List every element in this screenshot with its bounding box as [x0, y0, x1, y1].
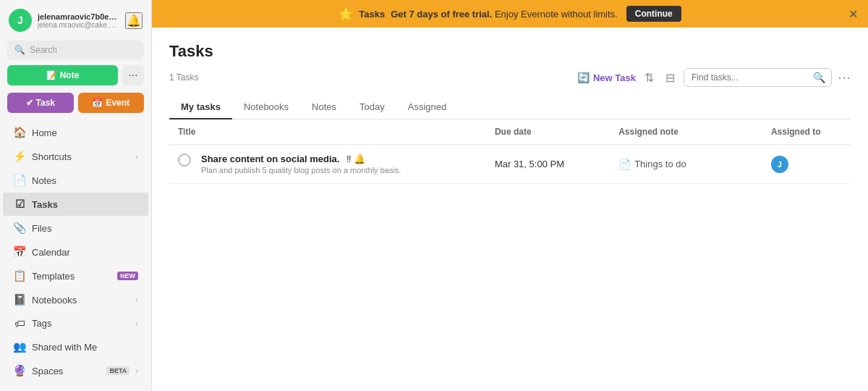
search-icon: 🔍 — [14, 45, 25, 55]
col-title: Title — [169, 119, 486, 145]
assigned-avatar: J — [771, 156, 788, 173]
tags-icon: 🏷 — [13, 317, 26, 329]
page-title: Tasks — [169, 42, 851, 61]
task-subtitle: Plan and publish 5 quality blog posts on… — [201, 166, 401, 175]
sidebar-item-label: Tasks — [32, 199, 138, 210]
new-event-button[interactable]: 📅 Event — [78, 93, 145, 113]
sidebar-item-shared[interactable]: 👥 Shared with Me — [3, 335, 148, 358]
templates-icon: 📋 — [13, 269, 26, 282]
sidebar-item-label: Files — [32, 223, 138, 234]
new-task-label: New Task — [593, 72, 636, 83]
task-due-date: Mar 31, 5:00 PM — [486, 145, 610, 184]
task-table-container: Title Due date Assigned note Assigned to — [169, 119, 851, 391]
avatar: J — [9, 9, 32, 32]
sidebar-item-files[interactable]: 📎 Files — [3, 216, 148, 240]
beta-badge: BETA — [106, 366, 129, 375]
sidebar-item-notes[interactable]: 📄 Notes — [3, 169, 148, 192]
more-options-button[interactable]: ⋯ — [838, 70, 851, 85]
task-flags: ‼ 🔔 — [346, 154, 365, 164]
chevron-right-icon: › — [135, 366, 138, 375]
new-task-button[interactable]: 🔄 New Task — [577, 72, 636, 83]
sidebar-item-label: Calendar — [32, 247, 138, 258]
sidebar-item-label: Notes — [32, 175, 138, 186]
tasks-meta: 1 Tasks 🔄 New Task ⇅ ⊟ 🔍 ⋯ — [169, 68, 851, 87]
col-assigned-to: Assigned to — [762, 119, 851, 145]
event-icon: 📅 — [92, 98, 103, 108]
sidebar-item-label: Home — [32, 127, 138, 138]
banner-bold: Get 7 days of free trial. — [391, 9, 492, 20]
sidebar-item-notebooks[interactable]: 📓 Notebooks › — [3, 288, 148, 311]
task-event-row: ✔ Task 📅 Event — [0, 93, 151, 120]
tasks-icon: ☑ — [13, 198, 26, 211]
find-tasks-search-button[interactable]: 🔍 — [807, 69, 831, 86]
user-name: jelenamraovic7b0e4... — [38, 12, 119, 21]
task-table: Title Due date Assigned note Assigned to — [169, 119, 851, 184]
sidebar-item-shortcuts[interactable]: ⚡ Shortcuts › — [3, 145, 148, 168]
new-task-button[interactable]: ✔ Task — [7, 93, 74, 113]
trial-banner: ⭐ Tasks Get 7 days of free trial. Enjoy … — [152, 0, 868, 28]
banner-close-button[interactable]: ✕ — [848, 7, 858, 21]
tab-my-tasks[interactable]: My tasks — [169, 96, 232, 119]
note-icon: 📝 — [46, 70, 57, 80]
tab-notes[interactable]: Notes — [300, 96, 348, 119]
banner-text: Tasks — [359, 9, 385, 20]
sidebar-item-spaces[interactable]: 🔮 Spaces BETA › — [3, 359, 148, 382]
note-more-button[interactable]: ··· — [122, 65, 144, 85]
find-tasks-input[interactable] — [684, 69, 807, 86]
spaces-icon: 🔮 — [13, 364, 26, 377]
new-badge: NEW — [117, 272, 138, 280]
sort-icon[interactable]: ⇅ — [642, 70, 657, 86]
search-label: Search — [30, 45, 57, 55]
shortcuts-icon: ⚡ — [13, 150, 26, 163]
sidebar-item-tasks[interactable]: ☑ Tasks — [3, 193, 148, 216]
new-note-button[interactable]: 📝 Note — [7, 65, 118, 85]
sidebar-item-label: Spaces — [32, 366, 101, 377]
tasks-actions: 🔄 New Task ⇅ ⊟ 🔍 ⋯ — [577, 68, 851, 87]
note-action-row: 📝 Note ··· — [0, 65, 151, 93]
search-bar[interactable]: 🔍 Search — [7, 41, 144, 59]
task-assigned-to: J — [762, 145, 851, 184]
user-email: jelena.mraovic@cake.com — [38, 21, 119, 29]
task-assigned-note: 📄 Things to do — [610, 145, 762, 184]
sidebar-item-calendar[interactable]: 📅 Calendar — [3, 240, 148, 264]
chevron-right-icon: › — [135, 319, 138, 328]
notebooks-icon: 📓 — [13, 293, 26, 306]
calendar-icon: 📅 — [13, 245, 26, 258]
page-content: Tasks 1 Tasks 🔄 New Task ⇅ ⊟ 🔍 ⋯ My task… — [152, 28, 868, 391]
sidebar-item-label: Tags — [32, 318, 129, 329]
chevron-right-icon: › — [135, 152, 138, 161]
task-title-cell: Share content on social media. ‼ 🔔 Plan … — [169, 145, 486, 184]
main-content: ⭐ Tasks Get 7 days of free trial. Enjoy … — [152, 0, 868, 391]
filter-icon[interactable]: ⊟ — [663, 70, 678, 86]
task-table-header: Title Due date Assigned note Assigned to — [169, 119, 851, 145]
sidebar-item-tags[interactable]: 🏷 Tags › — [3, 312, 148, 335]
star-icon: ⭐ — [339, 7, 353, 21]
sidebar-item-home[interactable]: 🏠 Home — [3, 121, 148, 144]
tab-notebooks[interactable]: Notebooks — [232, 96, 300, 119]
task-button-label: Task — [36, 98, 55, 108]
banner-bold-text: Tasks — [359, 9, 385, 20]
note-icon: 📄 — [618, 159, 631, 170]
banner-continue-button[interactable]: Continue — [626, 6, 681, 22]
tab-assigned[interactable]: Assigned — [396, 96, 458, 119]
bell-icon[interactable]: 🔔 — [125, 12, 142, 29]
col-assigned-note: Assigned note — [610, 119, 762, 145]
sidebar: J jelenamraovic7b0e4... jelena.mraovic@c… — [0, 0, 152, 391]
tasks-count: 1 Tasks — [169, 72, 198, 83]
refresh-icon: 🔄 — [577, 72, 590, 83]
shared-icon: 👥 — [13, 340, 26, 353]
banner-description: Get 7 days of free trial. Enjoy Evernote… — [391, 9, 618, 20]
assigned-note-name: Things to do — [634, 159, 686, 169]
sidebar-item-templates[interactable]: 📋 Templates NEW — [3, 264, 148, 287]
tab-today[interactable]: Today — [348, 96, 396, 119]
find-tasks-field: 🔍 — [684, 68, 832, 87]
sidebar-item-label: Shortcuts — [32, 151, 129, 162]
notes-icon: 📄 — [13, 174, 26, 187]
sidebar-item-label: Notebooks — [32, 295, 129, 306]
note-button-label: Note — [60, 70, 80, 80]
assigned-note-content: 📄 Things to do — [618, 159, 754, 170]
event-button-label: Event — [106, 98, 129, 108]
task-checkbox[interactable] — [178, 154, 191, 167]
col-due-date: Due date — [486, 119, 610, 145]
sidebar-item-label: Shared with Me — [32, 342, 138, 353]
